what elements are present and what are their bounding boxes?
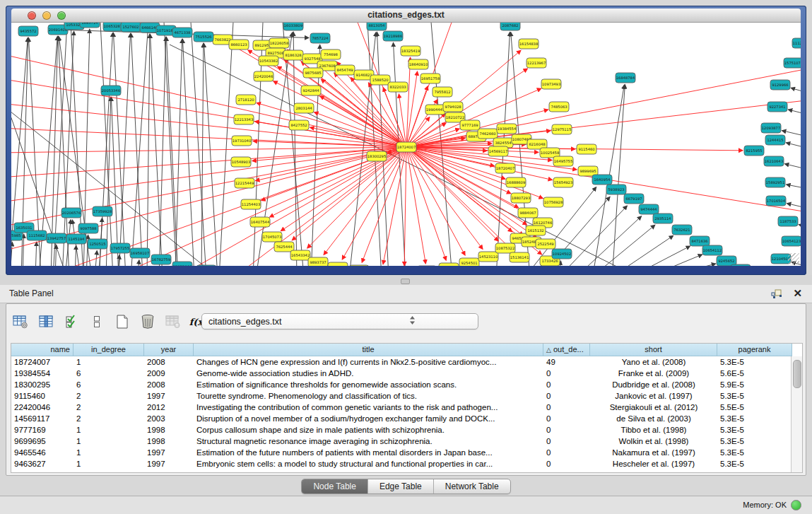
table-cell[interactable]: 0 [543, 379, 590, 390]
graph-node[interactable]: 12093877 [761, 123, 781, 133]
table-scrollbar[interactable] [791, 356, 802, 472]
graph-node[interactable]: 18640910 [408, 59, 428, 69]
graph-node[interactable]: 9097588 [78, 223, 98, 233]
graph-node[interactable]: 17359928 [93, 206, 112, 216]
graph-node[interactable]: 10924502 [552, 249, 572, 259]
table-cell[interactable]: 2 [73, 390, 144, 402]
resize-grip-icon[interactable] [788, 253, 799, 264]
graph-node[interactable]: 16543342 [290, 250, 310, 260]
graph-node[interactable]: 2718120 [236, 95, 256, 105]
table-cell[interactable]: Changes of HCN gene expression and I(f) … [194, 356, 543, 368]
window-titlebar[interactable]: citations_edges.txt [11, 8, 801, 23]
table-cell[interactable]: Tourette syndrome. Phenomenology and cla… [194, 390, 543, 402]
table-cell[interactable]: de Silva et al. (2003) [590, 413, 717, 424]
graph-node[interactable]: 16407544 [250, 217, 270, 227]
table-cell[interactable]: Disruption of a novel member of a sodium… [194, 413, 543, 424]
table-row[interactable]: 1872400712008Changes of HCN gene express… [11, 356, 802, 368]
graph-node[interactable]: 18226058 [269, 38, 289, 48]
graph-node[interactable]: 1187533 [778, 216, 798, 226]
graph-node[interactable]: 10654123 [782, 236, 801, 246]
table-cell[interactable]: 5.3E-5 [717, 447, 792, 458]
table-cell[interactable]: Stergiakouli et al. (2012) [590, 402, 717, 413]
table-cell[interactable]: 5.3E-5 [717, 424, 792, 436]
graph-node[interactable]: 15154571 [328, 262, 348, 266]
column-header-short[interactable]: short [590, 344, 717, 356]
table-cell[interactable]: Structural magnetic resonance image aver… [194, 436, 543, 447]
table-cell[interactable]: 0 [543, 413, 590, 424]
table-cell[interactable]: Estimation of the future numbers of pati… [194, 447, 543, 458]
graph-node[interactable]: 8660123 [229, 40, 249, 49]
network-view-window[interactable]: citations_edges.txt 18724007183002957663… [6, 6, 806, 275]
graph-node[interactable]: 18807293 [511, 193, 531, 203]
graph-node[interactable]: 1115682 [27, 230, 47, 240]
table-cell[interactable]: Corpus callosum shape and size in male p… [194, 424, 543, 436]
table-cell[interactable]: 2 [73, 402, 144, 413]
tab-edge-table[interactable]: Edge Table [368, 479, 434, 493]
graph-node[interactable]: 1527602 [121, 23, 141, 32]
column-header-pagerank[interactable]: pagerank [717, 344, 792, 356]
table-cell[interactable]: 5.3E-5 [717, 356, 792, 368]
table-cell[interactable]: Hescheler et al. (1997) [590, 458, 717, 469]
graph-node[interactable]: 12213967 [526, 58, 546, 68]
tab-node-table[interactable]: Node Table [302, 479, 368, 493]
graph-node[interactable]: 20206576 [61, 208, 81, 218]
table-cell[interactable]: Estimation of significance thresholds fo… [194, 379, 543, 390]
graph-node[interactable]: 10875322 [495, 243, 515, 253]
graph-node[interactable]: 9884067 [518, 208, 538, 218]
graph-node[interactable]: 7625444 [274, 242, 294, 252]
graph-node[interactable]: 16951758 [420, 74, 440, 83]
graph-node[interactable]: 17957255 [110, 243, 130, 253]
graph-node[interactable]: 9794028 [443, 102, 463, 112]
table-cell[interactable]: Franke et al. (2009) [590, 368, 717, 379]
graph-node[interactable]: 16495755 [553, 156, 573, 166]
table-cell[interactable]: 18300295 [11, 379, 73, 390]
graph-node[interactable]: 7515526 [194, 32, 213, 42]
table-cell[interactable]: 1998 [144, 436, 194, 447]
graph-node[interactable]: 16848784 [616, 73, 635, 83]
graph-node[interactable]: 13942757 [47, 233, 66, 243]
table-cell[interactable]: 2012 [144, 402, 194, 413]
graph-node[interactable]: 7485063 [549, 102, 569, 112]
table-cell[interactable]: 9115460 [11, 390, 73, 402]
table-cell[interactable]: 2003 [144, 413, 194, 424]
float-panel-icon[interactable] [771, 288, 782, 300]
show-columns-button[interactable] [36, 313, 55, 332]
table-cell[interactable]: 5.6E-5 [717, 368, 792, 379]
graph-node[interactable]: 1693714 [80, 23, 100, 28]
graph-node[interactable]: 5938923 [606, 185, 626, 194]
graph-node[interactable]: 19218986 [383, 31, 403, 41]
table-cell[interactable]: 1998 [144, 424, 194, 436]
table-cell[interactable]: Jankovic et al. (1997) [590, 390, 717, 402]
table-cell[interactable]: 2 [73, 413, 144, 424]
graph-node[interactable]: 12215449 [235, 178, 254, 188]
table-cell[interactable]: 5.3E-5 [717, 436, 792, 447]
table-cell[interactable]: 5.9E-5 [717, 379, 792, 390]
table-cell[interactable]: 0 [543, 424, 590, 436]
graph-node[interactable]: 15654923 [553, 177, 573, 187]
graph-node[interactable]: 9254501 [459, 258, 479, 266]
graph-node[interactable]: 9129966 [770, 80, 790, 90]
graph-node[interactable]: 19904445 [425, 105, 445, 115]
table-cell[interactable]: 49 [543, 356, 590, 368]
graph-node[interactable]: 7955812 [433, 87, 452, 97]
table-mode-button[interactable] [11, 313, 30, 332]
table-cell[interactable]: 2008 [144, 356, 194, 368]
graph-node[interactable]: 15751074 [784, 58, 801, 68]
graph-node[interactable]: 4671338 [172, 28, 192, 37]
table-row[interactable]: 1456911722003Disruption of a novel membe… [11, 413, 802, 424]
network-selector-dropdown[interactable]: citations_edges.txt [201, 313, 478, 329]
graph-node[interactable]: 8454749 [335, 65, 355, 75]
table-cell[interactable]: 9465546 [11, 447, 73, 458]
column-header-in-degree[interactable]: in_degree [73, 344, 144, 356]
table-cell[interactable]: 19384554 [11, 368, 73, 379]
graph-node[interactable]: 16033809 [283, 23, 303, 30]
table-cell[interactable]: 5.3E-5 [717, 413, 792, 424]
scrollbar-thumb[interactable] [793, 360, 801, 388]
graph-node[interactable]: 19731040 [232, 136, 252, 146]
graph-node[interactable]: 8427552 [289, 120, 309, 130]
graph-node[interactable]: 16955853 [731, 264, 751, 266]
table-cell[interactable]: 1997 [144, 447, 194, 458]
table-cell[interactable]: 1 [73, 447, 144, 458]
close-panel-icon[interactable]: ✕ [793, 287, 802, 300]
graph-node[interactable]: 15136141 [510, 252, 529, 262]
